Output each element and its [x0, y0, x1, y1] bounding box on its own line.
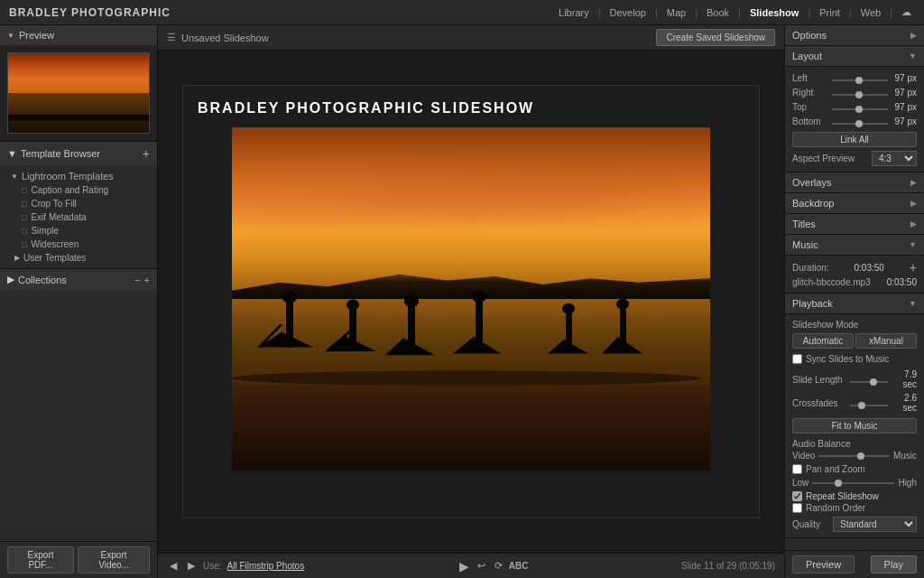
playback-header[interactable]: Playback ▼: [785, 294, 924, 314]
layout-header[interactable]: Layout ▼: [785, 46, 924, 67]
nav-print[interactable]: Print: [816, 5, 844, 20]
svg-point-8: [404, 294, 419, 307]
nav-web[interactable]: Web: [857, 5, 884, 20]
ut-triangle-icon: ▶: [14, 254, 20, 262]
template-item-widescreen[interactable]: □ Widescreen: [0, 238, 157, 251]
layout-left-value: 97 px: [892, 73, 917, 83]
nav-library[interactable]: Library: [555, 5, 593, 20]
layout-bottom-slider[interactable]: [832, 123, 888, 125]
layout-bottom-label: Bottom: [792, 117, 828, 126]
template-item-crop[interactable]: □ Crop To Fill: [0, 197, 157, 210]
add-to-slideshow-btn[interactable]: ↩: [475, 558, 488, 573]
preview-button[interactable]: Preview: [792, 555, 855, 573]
quality-range-slider[interactable]: [812, 482, 894, 484]
app-title: BRADLEY PHOTOGRAPHIC: [9, 6, 171, 19]
music-duration-label: Duration:: [792, 263, 829, 273]
layout-top-value: 97 px: [892, 102, 917, 112]
titles-arrow-icon: ▶: [910, 219, 917, 228]
music-header[interactable]: Music ▼: [785, 235, 924, 256]
template-add-icon[interactable]: +: [143, 146, 150, 161]
collections-header[interactable]: ▶ Collections − +: [0, 269, 157, 290]
crossfades-label: Crossfades: [792, 398, 846, 408]
lightroom-templates-header[interactable]: ▼ Lightroom Templates: [0, 169, 157, 183]
music-label: Music: [792, 239, 818, 250]
playback-section: Slideshow Mode Automatic xManual Sync Sl…: [785, 314, 924, 538]
random-label: Random Order: [806, 503, 865, 513]
layout-right-slider[interactable]: [832, 94, 888, 96]
layout-right-row: Right 97 px: [792, 87, 917, 98]
slideshow-mode-label: Slideshow Mode: [792, 320, 917, 330]
filmstrip-controls: ◀ ▶ Use: All Filmstrip Photos: [167, 558, 304, 573]
collections-add-icon[interactable]: +: [144, 275, 150, 285]
template-browser-header[interactable]: ▼ Template Browser +: [0, 142, 157, 165]
filmstrip-next-btn[interactable]: ▶: [185, 558, 198, 573]
preview-header[interactable]: ▼ Preview: [0, 25, 157, 45]
nav-develop[interactable]: Develop: [606, 5, 650, 20]
music-add-button[interactable]: +: [910, 261, 917, 274]
automatic-mode-button[interactable]: Automatic: [792, 333, 854, 349]
preview-thumbnail: [7, 52, 150, 134]
repeat-row: Repeat Slideshow: [792, 491, 917, 501]
user-templates-item[interactable]: ▶ User Templates: [0, 251, 157, 265]
link-all-button[interactable]: Link All: [792, 132, 917, 147]
nav-slideshow[interactable]: Slideshow: [746, 5, 802, 20]
random-row: Random Order: [792, 503, 917, 513]
filmstrip-use-label: Use:: [203, 561, 222, 571]
slideshow-rotate-btn[interactable]: ⟳: [492, 558, 505, 573]
left-panel-spacer: [0, 290, 157, 541]
options-header[interactable]: Options ▶: [785, 25, 924, 46]
export-video-button[interactable]: Export Video...: [78, 546, 150, 573]
preview-label: Preview: [19, 30, 54, 41]
music-duration-value: 0:03:50: [855, 263, 884, 273]
nav-map[interactable]: Map: [663, 5, 689, 20]
filmstrip-prev-btn[interactable]: ◀: [167, 558, 180, 573]
quality-select[interactable]: Standard High Low: [833, 517, 917, 532]
template-browser-section: ▼ Template Browser + ▼ Lightroom Templat…: [0, 142, 157, 269]
crossfades-slider[interactable]: [850, 405, 888, 406]
backdrop-header[interactable]: Backdrop ▶: [785, 193, 924, 214]
quality-high-label: High: [898, 478, 917, 488]
slideshow-title-icon: ☰: [167, 32, 176, 43]
layout-left-slider[interactable]: [832, 79, 888, 81]
right-panel-spacer: [785, 538, 924, 550]
template-file-icon2: □: [22, 200, 26, 209]
overlays-header[interactable]: Overlays ▶: [785, 172, 924, 193]
abc-button[interactable]: ABC: [509, 561, 529, 571]
template-item-caption[interactable]: □ Caption and Rating: [0, 183, 157, 197]
pan-zoom-checkbox[interactable]: [792, 464, 802, 474]
sync-label: Sync Slides to Music: [806, 354, 889, 364]
nav-cloud-icon[interactable]: ☁: [898, 5, 915, 20]
lt-triangle-icon: ▼: [11, 172, 18, 181]
template-item-exif[interactable]: □ Exif Metadata: [0, 210, 157, 224]
create-saved-button[interactable]: Create Saved Slideshow: [656, 29, 775, 46]
aspect-select[interactable]: 4:3 16:9: [872, 151, 917, 166]
nav-book[interactable]: Book: [703, 5, 733, 20]
pan-zoom-label: Pan and Zoom: [806, 464, 865, 474]
template-exif-label: Exif Metadata: [31, 212, 86, 222]
play-main-button[interactable]: Play: [871, 555, 917, 573]
preview-triangle-icon: ▼: [7, 32, 14, 40]
collections-subtract-icon[interactable]: −: [134, 275, 140, 285]
music-file-name: glitch-bbccode.mp3: [792, 277, 871, 287]
audio-balance-slider[interactable]: [818, 455, 889, 457]
titles-header[interactable]: Titles ▶: [785, 214, 924, 235]
center-bottom-bar: ◀ ▶ Use: All Filmstrip Photos ▶ ↩ ⟳ ABC …: [158, 553, 784, 578]
play-small-button[interactable]: ▶: [457, 557, 471, 575]
collections-triangle-icon: ▶: [7, 274, 14, 285]
export-pdf-button[interactable]: Export PDF...: [7, 546, 74, 573]
layout-right-label: Right: [792, 88, 828, 98]
main-layout: ▼ Preview ▼ Template Browser: [0, 25, 924, 578]
slide-length-slider[interactable]: [850, 381, 888, 383]
layout-top-slider[interactable]: [832, 108, 888, 110]
sync-checkbox[interactable]: [792, 354, 802, 364]
fit-to-music-button[interactable]: Fit to Music: [792, 418, 917, 434]
playback-arrow-icon: ▼: [909, 299, 917, 308]
template-file-icon3: □: [22, 213, 26, 222]
repeat-checkbox[interactable]: [792, 491, 802, 501]
manual-mode-button[interactable]: xManual: [855, 333, 917, 349]
template-item-simple[interactable]: □ Simple: [0, 224, 157, 238]
playback-label: Playback: [792, 298, 833, 309]
random-checkbox[interactable]: [792, 503, 802, 513]
aspect-label: Aspect Preview: [792, 154, 855, 163]
filmstrip-selector[interactable]: All Filmstrip Photos: [227, 561, 305, 571]
